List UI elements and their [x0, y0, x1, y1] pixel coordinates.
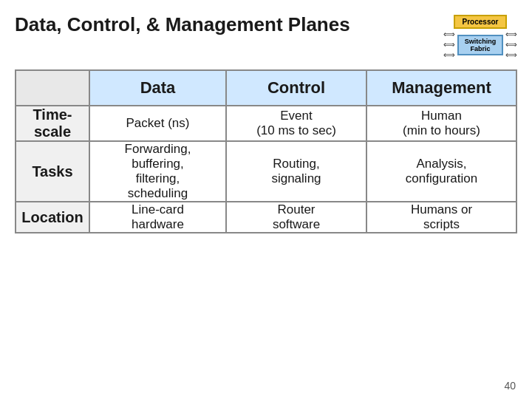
header-empty	[16, 70, 89, 106]
cell-location-data: Line-card hardware	[89, 202, 226, 233]
processor-diagram: Processor ⟺ ⟺ ⟺ Switching Fabric ⟺ ⟺ ⟺	[443, 15, 517, 59]
arrow-4: ⟺	[505, 30, 517, 38]
cell-tasks-control: Routing, signaling	[226, 141, 366, 202]
switching-label: Switching Fabric	[465, 38, 497, 52]
header-management: Management	[366, 70, 516, 106]
processor-label: Processor	[463, 18, 499, 26]
cell-timescale-data: Packet (ns)	[89, 106, 226, 141]
cell-location-control: Router software	[226, 202, 366, 233]
arrow-6: ⟺	[505, 51, 517, 59]
switching-fabric-box: Switching Fabric	[457, 35, 503, 55]
row-label-tasks: Tasks	[16, 141, 89, 202]
main-table: Data Control Management Time-scale Packe…	[15, 69, 517, 233]
right-arrows: ⟺ ⟺ ⟺	[505, 30, 517, 59]
header-data: Data	[89, 70, 226, 106]
left-arrows: ⟺ ⟺ ⟺	[443, 30, 455, 59]
table-header-row: Data Control Management	[16, 70, 516, 106]
arrow-2: ⟺	[443, 41, 455, 49]
page-title: Data, Control, & Management Planes	[15, 13, 350, 36]
page: Data, Control, & Management Planes Proce…	[0, 0, 532, 399]
processor-box: Processor	[454, 15, 507, 29]
arrow-1: ⟺	[443, 30, 455, 38]
title-row: Data, Control, & Management Planes Proce…	[15, 13, 517, 59]
cell-tasks-data: Forwarding, buffering, filtering, schedu…	[89, 141, 226, 202]
cell-timescale-management: Human (min to hours)	[366, 106, 516, 141]
row-label-timescale: Time-scale	[16, 106, 89, 141]
row-label-location: Location	[16, 202, 89, 233]
page-number: 40	[504, 380, 516, 392]
arrow-5: ⟺	[505, 41, 517, 49]
table-row: Tasks Forwarding, buffering, filtering, …	[16, 141, 516, 202]
cell-timescale-control: Event (10 ms to sec)	[226, 106, 366, 141]
arrow-3: ⟺	[443, 51, 455, 59]
switching-fabric-row: ⟺ ⟺ ⟺ Switching Fabric ⟺ ⟺ ⟺	[443, 30, 517, 59]
table-row: Location Line-card hardware Router softw…	[16, 202, 516, 233]
table-row: Time-scale Packet (ns) Event (10 ms to s…	[16, 106, 516, 141]
cell-location-management: Humans or scripts	[366, 202, 516, 233]
cell-tasks-management: Analysis, configuration	[366, 141, 516, 202]
header-control: Control	[226, 70, 366, 106]
